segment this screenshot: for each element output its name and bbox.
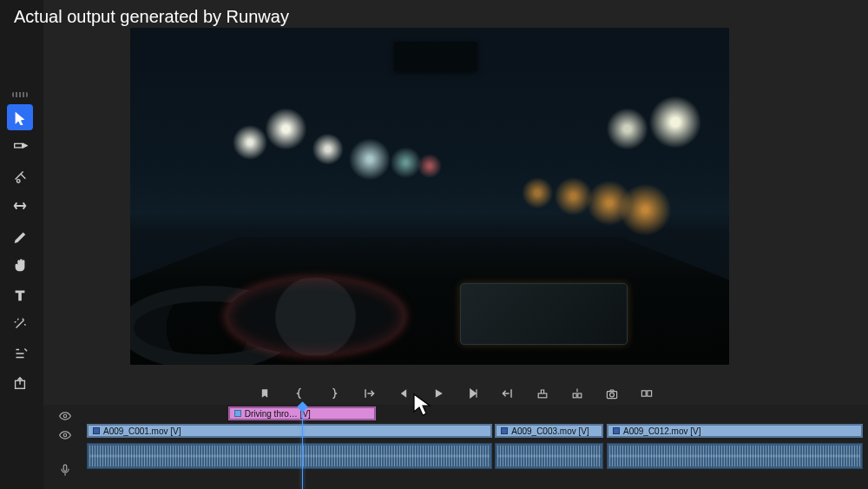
track-headers (43, 405, 87, 489)
clip-label: A009_C003.mov [V] (511, 425, 589, 438)
lift-button[interactable] (533, 384, 552, 403)
play-button[interactable] (429, 384, 448, 403)
clip-label: A009_C012.mov [V] (623, 425, 701, 438)
audio-clip[interactable] (87, 443, 492, 469)
editor-main: Driving thro… [V] A009_C001.mov [V]A009_… (43, 0, 868, 489)
clip[interactable]: A009_C003.mov [V] (495, 424, 603, 438)
snapshot-button[interactable] (602, 384, 621, 403)
video-frame (130, 28, 729, 365)
toolbar-grip[interactable] (12, 92, 28, 97)
pen-tool[interactable] (7, 222, 33, 248)
go-to-in-button[interactable] (359, 384, 378, 403)
edit-tool[interactable] (7, 340, 33, 367)
audio-clip[interactable] (607, 443, 863, 469)
selection-tool[interactable] (7, 104, 33, 130)
transport-controls (43, 380, 868, 406)
go-to-out-button[interactable] (498, 384, 517, 403)
video-track-2: Driving thro… [V] (87, 406, 863, 420)
hand-tool[interactable] (7, 252, 33, 278)
step-forward-button[interactable] (464, 384, 483, 403)
brace-open-button[interactable] (290, 384, 309, 403)
tracks-area[interactable]: Driving thro… [V] A009_C001.mov [V]A009_… (87, 406, 863, 489)
svg-rect-2 (63, 465, 67, 471)
toggle-track-output-v1-icon[interactable] (59, 429, 71, 441)
program-monitor (130, 28, 729, 365)
svg-point-1 (63, 433, 67, 437)
svg-point-0 (63, 414, 67, 418)
remix-tool[interactable] (7, 311, 33, 337)
timeline-panel: Driving thro… [V] A009_C001.mov [V]A009_… (43, 405, 868, 489)
voice-over-record-icon[interactable] (59, 464, 71, 476)
extract-button[interactable] (568, 384, 587, 403)
left-toolbar (7, 92, 33, 396)
video-track-1: A009_C001.mov [V]A009_C003.mov [V]A009_C… (87, 424, 863, 438)
type-tool[interactable] (7, 281, 33, 307)
audio-clip[interactable] (495, 443, 603, 469)
clip[interactable]: A009_C012.mov [V] (607, 424, 863, 438)
caption: Actual output generated by Runway (14, 7, 289, 27)
clip-label: A009_C001.mov [V] (103, 425, 181, 438)
export-tool[interactable] (7, 370, 33, 396)
step-back-button[interactable] (394, 384, 413, 403)
razor-tool[interactable] (7, 163, 33, 189)
brace-close-button[interactable] (325, 384, 344, 403)
track-select-tool[interactable] (7, 134, 33, 160)
clip[interactable]: A009_C001.mov [V] (87, 424, 492, 438)
mark-in-button[interactable] (255, 384, 274, 403)
insert-button[interactable] (637, 384, 656, 403)
playhead[interactable] (302, 406, 303, 489)
slip-tool[interactable] (7, 193, 33, 219)
toggle-track-output-v2-icon[interactable] (59, 410, 71, 422)
audio-track-1 (87, 443, 863, 469)
